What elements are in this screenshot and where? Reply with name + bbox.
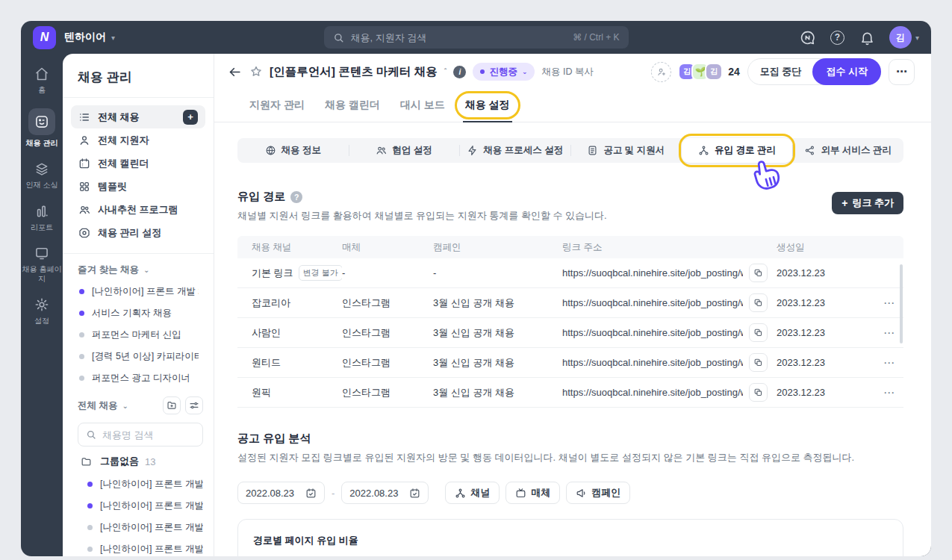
funnel-section-header: 유입 경로 ? 채널별 지원서 링크를 활용하여 채널별로 유입되는 지원자 통…: [237, 190, 903, 223]
favorite-job[interactable]: 퍼포먼스 광고 디자이너: [79, 367, 199, 389]
subtab-process[interactable]: 채용 프로세스 설정: [459, 138, 570, 163]
stop-recruiting-button[interactable]: 모집 중단: [748, 65, 814, 78]
bar-chart-icon: [34, 203, 50, 220]
share-nodes-icon: [455, 488, 466, 499]
all-jobs-header[interactable]: 전체 채용 ⌄: [78, 396, 203, 414]
sidebar-item-all-calendar[interactable]: 전체 캘린더: [71, 152, 205, 175]
document-icon: [587, 145, 598, 156]
date-to-picker[interactable]: 2022.08.23: [341, 482, 429, 504]
add-group-button[interactable]: [163, 396, 181, 414]
medium-filter-button[interactable]: 매체: [505, 482, 560, 504]
subtab-funnel-management[interactable]: 유입 경로 관리: [682, 138, 793, 163]
copy-job-id[interactable]: 채용 ID 복사: [541, 66, 593, 78]
help-icon[interactable]: ?: [290, 191, 302, 203]
group-job[interactable]: [나인하이어] 프론트 개발 채...: [87, 517, 203, 538]
start-accepting-button[interactable]: 접수 시작: [812, 58, 881, 85]
subtab-collaboration[interactable]: 협업 설정: [349, 138, 460, 163]
row-menu-icon[interactable]: ⋯: [875, 356, 903, 370]
job-search[interactable]: [78, 423, 203, 447]
status-dot: [480, 69, 485, 74]
home-icon: [34, 66, 50, 82]
campaign-filter-button[interactable]: 캠페인: [566, 482, 630, 504]
rail-item-recruiting[interactable]: 채용 관리: [22, 108, 62, 149]
star-icon[interactable]: [249, 64, 263, 79]
app-logo-icon[interactable]: N: [33, 26, 56, 49]
global-search-input[interactable]: [351, 32, 567, 43]
add-job-button[interactable]: +: [183, 110, 198, 125]
status-dot: [87, 525, 93, 530]
calendar-icon: [78, 158, 90, 169]
link-url: https://suoqbcal.ninehire.site/job_posti…: [562, 327, 743, 338]
link-url: https://suoqbcal.ninehire.site/job_posti…: [562, 357, 743, 368]
table-row: 사람인 인스타그램 3월 신입 공개 채용 https://suoqbcal.n…: [237, 318, 903, 348]
global-search[interactable]: ⌘ / Ctrl + K: [324, 26, 629, 49]
status-badge[interactable]: 진행중 ⌄: [473, 63, 535, 81]
subtab-posting-form[interactable]: 공고 및 지원서: [570, 138, 682, 163]
tab-job-settings[interactable]: 채용 설정: [465, 99, 510, 122]
rail-item-report[interactable]: 리포트: [22, 203, 62, 233]
chevron-up-icon[interactable]: ˆ: [444, 67, 447, 76]
info-icon[interactable]: i: [453, 66, 466, 78]
group-job[interactable]: [나인하이어] 프론트 개발 채...: [87, 473, 203, 495]
copy-icon[interactable]: [749, 353, 768, 372]
favorite-job[interactable]: 퍼포먼스 마케터 신입: [79, 324, 199, 346]
status-dot: [79, 289, 84, 294]
locked-badge: 변경 불가: [299, 265, 342, 281]
user-menu[interactable]: 김 ▾: [889, 26, 919, 49]
filter-sliders-button[interactable]: [185, 396, 203, 414]
globe-icon: [265, 145, 276, 156]
group-job[interactable]: [나인하이어] 프론트 개발 채...: [87, 538, 203, 556]
subtab-external-services[interactable]: 외부 서비스 관리: [792, 138, 903, 163]
sidebar-item-all-applicants[interactable]: 전체 지원자: [71, 128, 205, 152]
rail-item-sourcing[interactable]: 인재 소싱: [22, 161, 62, 190]
favorite-job[interactable]: [경력 5년 이상] 카피라이터...: [79, 346, 199, 367]
invite-member-button[interactable]: [651, 62, 671, 82]
table-row: 원픽 인스타그램 3월 신입 공개 채용 https://suoqbcal.ni…: [237, 378, 903, 408]
notification-bell-icon[interactable]: [859, 30, 875, 46]
funnel-description: 채널별 지원서 링크를 활용하여 채널별로 유입되는 지원자 통계를 확인할 수…: [237, 209, 607, 223]
copy-icon[interactable]: [749, 323, 768, 342]
workspace-switcher[interactable]: 텐하이어 ▾: [64, 31, 115, 44]
col-created: 생성일: [777, 241, 875, 254]
group-no-group[interactable]: 그룹없음 13: [78, 449, 203, 473]
copy-icon[interactable]: [749, 383, 768, 402]
job-search-input[interactable]: [102, 429, 195, 441]
sidebar-item-referral-program[interactable]: 사내추천 프로그램: [71, 198, 205, 221]
table-row: 기본 링크변경 불가 - - https://suoqbcal.ninehire…: [237, 258, 903, 288]
rail-item-settings[interactable]: 설정: [22, 296, 62, 326]
table-scrollbar[interactable]: [900, 264, 903, 343]
tab-calendar[interactable]: 채용 캘린더: [325, 99, 380, 122]
calendar-icon: [409, 488, 420, 499]
date-from-picker[interactable]: 2022.08.23: [237, 482, 325, 504]
group-job[interactable]: [나인하이어] 프론트 개발 채...: [87, 495, 203, 517]
help-icon[interactable]: ?: [830, 30, 845, 46]
favorite-job[interactable]: 서비스 기획자 채용: [79, 302, 199, 324]
copy-icon[interactable]: [749, 264, 768, 282]
table-row: 원티드 인스타그램 3월 신입 공개 채용 https://suoqbcal.n…: [237, 348, 903, 378]
folder-icon: [78, 453, 94, 470]
link-url: https://suoqbcal.ninehire.site/job_posti…: [562, 267, 743, 279]
sidebar-item-all-jobs[interactable]: 전체 채용 +: [71, 105, 205, 128]
rail-item-career-site[interactable]: 채용 홈페이지: [22, 245, 62, 284]
back-icon[interactable]: [227, 64, 242, 79]
favorites-header[interactable]: 즐겨 찾는 채용 ⌄: [78, 264, 203, 276]
tab-applicants[interactable]: 지원자 관리: [249, 99, 305, 122]
tab-dashboard[interactable]: 대시 보드: [400, 99, 445, 122]
favorite-job[interactable]: [나인하이어] 프론트 개발 채용: [79, 281, 199, 302]
messenger-icon[interactable]: [800, 30, 815, 46]
copy-icon[interactable]: [749, 293, 768, 312]
date-range-separator: -: [332, 488, 335, 499]
settings-subtabs: 채용 정보 협업 설정 채용 프로세스 설정 공고 및 지원서: [237, 138, 903, 163]
row-menu-icon[interactable]: ⋯: [875, 386, 903, 399]
sidebar-item-templates[interactable]: 템플릿: [71, 175, 205, 198]
rail-item-home[interactable]: 홈: [22, 66, 62, 96]
col-url: 링크 주소: [562, 241, 777, 254]
subtab-job-info[interactable]: 채용 정보: [237, 138, 349, 163]
users-icon: [78, 204, 90, 216]
member-count: 24: [728, 66, 740, 78]
add-link-button[interactable]: + 링크 추가: [832, 192, 903, 214]
channel-filter-button[interactable]: 채널: [445, 482, 500, 504]
more-options-button[interactable]: ⋯: [889, 59, 915, 85]
created-date: 2023.12.23: [777, 267, 875, 279]
sidebar-item-recruit-settings[interactable]: 채용 관리 설정: [71, 221, 205, 244]
